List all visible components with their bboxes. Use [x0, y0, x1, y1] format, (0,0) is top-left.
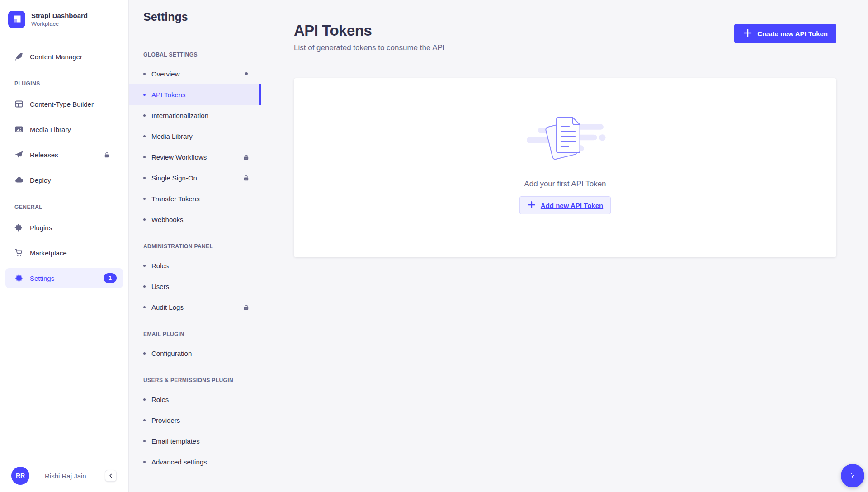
bullet	[143, 114, 146, 117]
bullet	[143, 156, 146, 158]
user-row: RR Rishi Raj Jain	[0, 459, 128, 492]
settings-nav-item-label: Email templates	[151, 437, 200, 445]
sidebar-item-content-type-builder[interactable]: Content-Type Builder	[0, 91, 128, 117]
settings-nav-item-overview[interactable]: Overview	[129, 63, 261, 84]
settings-nav-item-label: API Tokens	[151, 91, 186, 99]
feather-pen-icon	[14, 52, 24, 61]
puzzle-icon	[14, 223, 24, 232]
add-api-token-label: Add new API Token	[541, 202, 603, 209]
settings-nav-item-single-sign-on[interactable]: Single Sign-On	[129, 167, 261, 188]
bullet	[143, 94, 146, 96]
bullet	[143, 398, 146, 401]
bullet	[143, 135, 146, 137]
lock-icon	[104, 151, 110, 158]
settings-nav-item-label: Webhooks	[151, 216, 184, 223]
nav-section-label: PLUGINS	[0, 69, 128, 91]
settings-nav-item-media-library[interactable]: Media Library	[129, 126, 261, 147]
paper-plane-icon	[14, 150, 24, 159]
settings-nav-item-providers[interactable]: Providers	[129, 410, 261, 430]
settings-nav-item-roles[interactable]: Roles	[129, 255, 261, 276]
sidebar-item-settings[interactable]: Settings1	[5, 268, 123, 288]
bullet	[143, 198, 146, 200]
bullet	[143, 352, 146, 355]
settings-nav-item-label: Roles	[151, 262, 169, 270]
page-subtitle: List of generated tokens to consume the …	[294, 43, 445, 52]
settings-nav-item-review-workflows[interactable]: Review Workflows	[129, 147, 261, 167]
sidebar-item-content-manager[interactable]: Content Manager	[0, 44, 128, 69]
subnav-sections: GLOBAL SETTINGSOverviewAPI TokensInterna…	[129, 33, 261, 472]
sidebar-item-label: Releases	[30, 151, 58, 159]
settings-nav-item-label: Single Sign-On	[151, 174, 197, 182]
sidebar-item-label: Media Library	[30, 126, 71, 133]
layout-icon	[14, 99, 24, 109]
workspace-title: Strapi Dashboard	[31, 12, 88, 20]
plus-icon	[743, 28, 753, 39]
lock-icon	[243, 154, 250, 161]
bullet	[143, 461, 146, 463]
lock-icon	[243, 304, 250, 311]
main-sidebar: Strapi Dashboard Workplace Content Manag…	[0, 0, 129, 492]
settings-nav-item-label: Advanced settings	[151, 458, 207, 466]
nav-section-label: GENERAL	[0, 193, 128, 215]
add-api-token-button[interactable]: Add new API Token	[519, 196, 611, 214]
settings-nav-item-audit-logs[interactable]: Audit Logs	[129, 297, 261, 317]
create-api-token-label: Create new API Token	[757, 30, 828, 38]
settings-nav-item-users[interactable]: Users	[129, 276, 261, 297]
help-button[interactable]: ?	[841, 464, 864, 487]
sidebar-item-media-library[interactable]: Media Library	[0, 117, 128, 142]
settings-nav-item-transfer-tokens[interactable]: Transfer Tokens	[129, 188, 261, 209]
settings-nav-item-label: Internationalization	[151, 112, 208, 119]
sidebar-item-label: Marketplace	[30, 249, 67, 257]
settings-nav-item-label: Audit Logs	[151, 303, 184, 311]
workspace-subtitle: Workplace	[31, 20, 88, 28]
settings-nav-item-label: Configuration	[151, 350, 192, 357]
picture-icon	[14, 125, 24, 134]
bullet	[143, 419, 146, 421]
settings-nav-item-label: Roles	[151, 396, 169, 403]
sidebar-item-label: Content Manager	[30, 53, 82, 61]
avatar[interactable]: RR	[11, 467, 29, 485]
settings-nav-item-email-templates[interactable]: Email templates	[129, 430, 261, 451]
gear-icon	[14, 274, 24, 283]
collapse-sidebar-button[interactable]	[105, 470, 117, 482]
settings-nav-item-label: Providers	[151, 416, 180, 424]
chevron-left-icon	[108, 473, 113, 478]
settings-nav-item-configuration[interactable]: Configuration	[129, 343, 261, 364]
settings-nav-item-api-tokens[interactable]: API Tokens	[129, 84, 261, 105]
plus-icon	[527, 200, 536, 211]
sidebar-item-label: Deploy	[30, 176, 51, 184]
settings-nav-item-webhooks[interactable]: Webhooks	[129, 209, 261, 230]
api-tokens-empty-card: Add your first API Token Add new API Tok…	[294, 78, 836, 257]
subnav-section-label: GLOBAL SETTINGS	[129, 38, 261, 63]
sidebar-item-marketplace[interactable]: Marketplace	[0, 240, 128, 265]
settings-nav-item-advanced-settings[interactable]: Advanced settings	[129, 451, 261, 472]
notification-dot	[245, 72, 248, 75]
sidebar-item-label: Settings	[30, 274, 54, 282]
settings-nav-item-label: Users	[151, 283, 169, 290]
bullet	[143, 440, 146, 442]
bullet	[143, 218, 146, 221]
user-name: Rishi Raj Jain	[45, 472, 105, 480]
settings-nav-item-label: Media Library	[151, 132, 193, 140]
settings-nav-item-internationalization[interactable]: Internationalization	[129, 105, 261, 126]
main-nav: Content ManagerPLUGINSContent-Type Build…	[0, 39, 128, 459]
sidebar-item-deploy[interactable]: Deploy	[0, 167, 128, 193]
documents-illustration	[521, 111, 609, 167]
sidebar-item-label: Content-Type Builder	[30, 100, 94, 108]
strapi-logo-icon	[8, 11, 25, 28]
bullet	[143, 306, 146, 308]
bullet	[143, 73, 146, 75]
page-header: API Tokens List of generated tokens to c…	[294, 23, 836, 52]
empty-state-message: Add your first API Token	[524, 180, 606, 189]
create-api-token-button[interactable]: Create new API Token	[734, 24, 836, 43]
page-title: API Tokens	[294, 23, 445, 39]
settings-nav-item-roles[interactable]: Roles	[129, 389, 261, 410]
subnav-section-label: ADMINISTRATION PANEL	[129, 230, 261, 255]
sidebar-item-label: Plugins	[30, 224, 52, 232]
sidebar-item-plugins[interactable]: Plugins	[0, 215, 128, 240]
workspace-header[interactable]: Strapi Dashboard Workplace	[0, 0, 128, 39]
sidebar-item-releases[interactable]: Releases	[0, 142, 128, 167]
cart-icon	[14, 248, 24, 257]
main-content: API Tokens List of generated tokens to c…	[261, 0, 868, 492]
cloud-icon	[14, 175, 24, 184]
